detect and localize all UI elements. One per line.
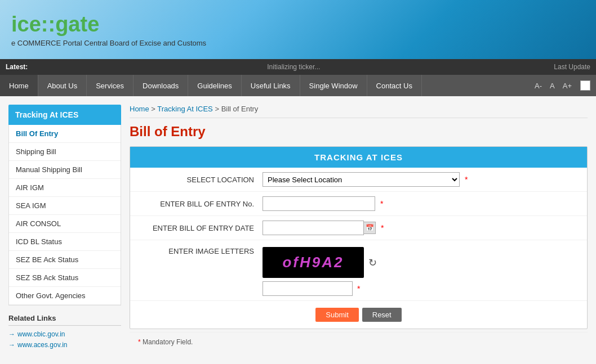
nav-home[interactable]: Home [0, 75, 38, 96]
sidebar-item-sez-sb-ack[interactable]: SEZ SB Ack Status [9, 269, 121, 287]
font-normal-button[interactable]: A [547, 80, 558, 91]
ticker-update: Last Update [554, 63, 590, 71]
sidebar-title: Tracking At ICES [8, 105, 121, 125]
logo: ice::gate e COMMERCE Portal Central Boar… [11, 12, 206, 47]
captcha-refresh-icon[interactable]: ↻ [368, 257, 377, 269]
select-location-wrap: Please Select Location * [263, 172, 579, 187]
nav-guidelines[interactable]: Guidelines [188, 75, 241, 96]
bill-entry-date-row: ENTER BILL OF ENTRY DATE 📅 * [130, 216, 587, 240]
related-links-section: Related Links www.cbic.gov.in www.aces.g… [8, 314, 121, 349]
main-wrapper: Tracking At ICES Bill Of Entry Shipping … [0, 96, 596, 364]
location-required-star: * [465, 175, 468, 184]
nav-useful-links[interactable]: Useful Links [242, 75, 300, 96]
bill-entry-date-input[interactable] [263, 221, 364, 235]
date-input-wrap: 📅 [263, 221, 376, 235]
related-link-cbic[interactable]: www.cbic.gov.in [8, 330, 121, 338]
page-title: Bill of Entry [130, 124, 588, 140]
header: ice::gate e COMMERCE Portal Central Boar… [0, 0, 596, 59]
tracking-form: TRACKING AT ICES SELECT LOCATION Please … [130, 146, 588, 329]
date-required-star: * [381, 223, 384, 232]
calendar-icon[interactable]: 📅 [363, 222, 376, 234]
sidebar-item-air-igm[interactable]: AIR IGM [9, 179, 121, 197]
nav-services[interactable]: Services [87, 75, 134, 96]
captcha-row: ENTER IMAGE LETTERS ofH9A2 ↻ * [130, 240, 587, 301]
bill-entry-date-wrap: 📅 * [263, 221, 579, 235]
related-link-aces[interactable]: www.aces.gov.in [8, 341, 121, 349]
bill-no-required-star: * [380, 199, 383, 208]
captcha-input[interactable] [263, 281, 353, 296]
submit-button[interactable]: Submit [315, 308, 358, 322]
captcha-wrap: ofH9A2 ↻ * [263, 247, 579, 296]
ticker-bar: Latest: Initializing ticker... Last Upda… [0, 59, 596, 75]
breadcrumb-sep1: > [151, 105, 157, 113]
ticker-content: Initializing ticker... [33, 63, 554, 71]
captcha-text: ofH9A2 [282, 254, 344, 271]
breadcrumb-current: Bill of Entry [221, 105, 259, 113]
breadcrumb: Home > Tracking At ICES > Bill of Entry [130, 105, 588, 118]
sidebar-item-manual-shipping-bill[interactable]: Manual Shipping Bill [9, 161, 121, 179]
sidebar-item-sea-igm[interactable]: SEA IGM [9, 197, 121, 215]
sidebar-item-bill-of-entry[interactable]: Bill Of Entry [9, 125, 121, 143]
content-area: Home > Tracking At ICES > Bill of Entry … [130, 105, 588, 358]
nav-single-window[interactable]: Single Window [300, 75, 367, 96]
sidebar: Tracking At ICES Bill Of Entry Shipping … [8, 105, 121, 358]
nav-about-us[interactable]: About Us [38, 75, 87, 96]
captcha-content: ofH9A2 ↻ * [263, 247, 377, 296]
font-increase-button[interactable]: A+ [560, 80, 575, 91]
sidebar-item-other-govt[interactable]: Other Govt. Agencies [9, 287, 121, 305]
bill-entry-no-row: ENTER BILL OF ENTRY No. * [130, 192, 587, 216]
sidebar-item-icd-bl-status[interactable]: ICD BL Status [9, 233, 121, 251]
captcha-label: ENTER IMAGE LETTERS [139, 247, 263, 255]
sidebar-menu: Bill Of Entry Shipping Bill Manual Shipp… [8, 125, 121, 305]
breadcrumb-sep2: > [215, 105, 221, 113]
captcha-image-row: ofH9A2 ↻ [263, 247, 377, 278]
mandatory-note: * Mandatory Field. [130, 332, 588, 352]
mandatory-star: * [138, 338, 141, 346]
nav-bar: Home About Us Services Downloads Guideli… [0, 75, 596, 96]
bill-entry-no-label: ENTER BILL OF ENTRY No. [139, 200, 263, 208]
sidebar-item-sez-be-ack[interactable]: SEZ BE Ack Status [9, 251, 121, 269]
reset-button[interactable]: Reset [362, 308, 402, 322]
breadcrumb-section[interactable]: Tracking At ICES [157, 105, 213, 113]
select-location-label: SELECT LOCATION [139, 176, 263, 184]
nav-contact-us[interactable]: Contact Us [367, 75, 422, 96]
captcha-image: ofH9A2 [263, 247, 364, 278]
logo-gate-text: gate [55, 12, 99, 36]
color-scheme-button[interactable] [580, 80, 590, 91]
mandatory-text: Mandatory Field. [143, 338, 193, 346]
breadcrumb-home[interactable]: Home [130, 105, 149, 113]
font-size-controls: A- A A+ [526, 80, 596, 91]
logo-tagline: e COMMERCE Portal Central Board of Excis… [11, 39, 206, 47]
sidebar-item-shipping-bill[interactable]: Shipping Bill [9, 143, 121, 161]
captcha-required-star: * [357, 284, 360, 293]
font-decrease-button[interactable]: A- [532, 80, 545, 91]
bill-entry-no-wrap: * [263, 196, 579, 211]
ticker-label: Latest: [6, 63, 28, 71]
nav-downloads[interactable]: Downloads [134, 75, 188, 96]
related-links-title: Related Links [8, 314, 121, 326]
submit-row: Submit Reset [130, 301, 587, 329]
form-header: TRACKING AT ICES [130, 147, 587, 168]
location-select[interactable]: Please Select Location [263, 172, 460, 187]
logo-ice-text: ice:: [11, 12, 55, 36]
select-location-row: SELECT LOCATION Please Select Location * [130, 168, 587, 192]
bill-entry-date-label: ENTER BILL OF ENTRY DATE [139, 224, 263, 232]
sidebar-item-air-consol[interactable]: AIR CONSOL [9, 215, 121, 233]
bill-entry-no-input[interactable] [263, 196, 375, 211]
